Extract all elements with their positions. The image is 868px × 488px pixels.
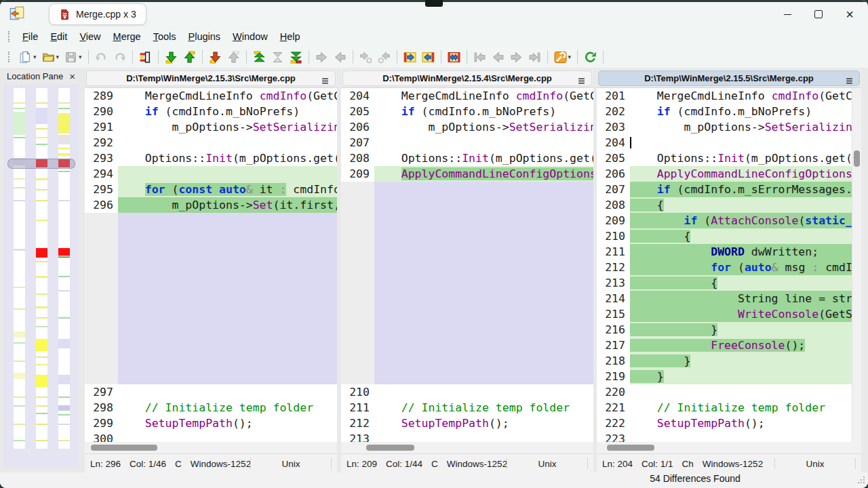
- pane-menu-icon[interactable]: [846, 75, 853, 87]
- code-text: FreeConsole();: [630, 338, 861, 353]
- code-text: [374, 353, 593, 369]
- location-diff-stripe: [36, 306, 47, 308]
- view-line-diff-button[interactable]: [137, 49, 154, 65]
- pane-header-1[interactable]: D:\Temp\WinMerge\2.15.3\Src\Merge.cpp: [85, 69, 337, 87]
- line-number: [341, 244, 374, 260]
- menu-file[interactable]: File: [16, 30, 44, 43]
- location-diff-stripe: [14, 102, 25, 104]
- code-text: [118, 166, 337, 182]
- location-pane-close-icon[interactable]: ×: [67, 70, 77, 82]
- copy-left-advance-button[interactable]: [376, 49, 393, 65]
- horizontal-scrollbar-thumb[interactable]: [91, 445, 157, 451]
- open-file-button[interactable]: ▾: [40, 49, 62, 65]
- line-number: 221: [597, 400, 630, 415]
- location-bar-3[interactable]: [58, 88, 70, 449]
- location-pane-titlebar: Location Pane ×: [3, 69, 80, 83]
- location-diff-stripe: [58, 153, 70, 156]
- auto-merge-button[interactable]: [446, 49, 462, 65]
- menu-view[interactable]: View: [73, 30, 106, 43]
- last-difference-button[interactable]: [288, 49, 304, 65]
- location-bar-1[interactable]: [14, 88, 25, 449]
- first-difference-button[interactable]: [251, 49, 268, 65]
- horizontal-scrollbar[interactable]: [85, 442, 337, 453]
- location-diff-stripe: [58, 375, 70, 384]
- pane-header-2[interactable]: D:\Temp\WinMerge\2.15.4\Src\Merge.cpp: [341, 69, 593, 87]
- location-view-band[interactable]: [7, 159, 75, 169]
- horizontal-scrollbar-thumb[interactable]: [366, 445, 414, 451]
- line-number: [85, 338, 118, 353]
- status-line: Ln: 209: [347, 459, 377, 469]
- location-diff-stripe: [14, 308, 25, 310]
- last-file-button[interactable]: [526, 49, 543, 65]
- line-number: [85, 369, 118, 384]
- copy-right-button[interactable]: [313, 49, 330, 65]
- location-diff-stripe: [36, 293, 47, 295]
- options-button[interactable]: ▾: [552, 49, 574, 65]
- dropdown-caret-icon[interactable]: ▾: [33, 54, 37, 60]
- code-editor-2[interactable]: 204 MergeCmdLineInfo cmdInfo(GetCommandL…: [341, 87, 593, 443]
- code-text: [118, 275, 337, 291]
- previous-file-button[interactable]: [490, 49, 507, 65]
- location-pane-map[interactable]: [4, 85, 79, 468]
- missing-lines-row: [85, 369, 337, 384]
- pane-menu-icon[interactable]: [578, 75, 585, 87]
- code-text: if (cmdInfo.m_bNoPrefs): [630, 104, 861, 119]
- previous-difference-button[interactable]: [181, 49, 198, 65]
- pane-header-3[interactable]: D:\Temp\WinMerge\2.15.5\Src\Merge.cpp: [597, 69, 861, 87]
- missing-lines-row: [341, 369, 593, 384]
- toolbar-separator: [88, 50, 89, 64]
- vertical-scrollbar-thumb[interactable]: [854, 150, 860, 167]
- dropdown-caret-icon[interactable]: ▾: [79, 54, 82, 60]
- location-bar-2[interactable]: [36, 88, 47, 449]
- next-difference-button[interactable]: [163, 49, 180, 65]
- first-file-button[interactable]: [471, 49, 488, 65]
- maximize-button[interactable]: [803, 2, 834, 26]
- code-line: 204: [597, 135, 861, 150]
- line-number: 298: [85, 400, 118, 415]
- save-button[interactable]: ▾: [62, 49, 84, 65]
- new-file-button[interactable]: ▾: [17, 49, 39, 65]
- copy-left-button[interactable]: [332, 49, 349, 65]
- horizontal-scrollbar[interactable]: [597, 442, 861, 453]
- location-diff-stripe: [36, 326, 47, 327]
- location-diff-stripe: [58, 108, 70, 109]
- code-editor-1[interactable]: 289 MergeCmdLineInfo cmdInfo(GetCommandL…: [85, 87, 337, 443]
- horizontal-scrollbar-thumb[interactable]: [607, 445, 654, 451]
- next-file-button[interactable]: [508, 49, 525, 65]
- menu-edit[interactable]: Edit: [44, 30, 73, 43]
- menu-window[interactable]: Window: [226, 30, 274, 43]
- undo-button[interactable]: [93, 49, 110, 65]
- code-line: 207: [341, 135, 593, 150]
- vertical-scrollbar[interactable]: [852, 88, 861, 443]
- current-difference-button[interactable]: [207, 49, 224, 65]
- location-diff-stripe: [58, 171, 70, 172]
- location-diff-stripe: [58, 276, 70, 277]
- between-difference-button[interactable]: [269, 49, 286, 65]
- horizontal-scrollbar[interactable]: [341, 442, 593, 453]
- dropdown-caret-icon[interactable]: ▾: [56, 54, 60, 60]
- code-text: Options::Init(m_pOptions.get());: [630, 150, 861, 166]
- file-pane-3: D:\Temp\WinMerge\2.15.5\Src\Merge.cpp201…: [597, 69, 861, 472]
- location-diff-stripe: [14, 331, 25, 338]
- close-button[interactable]: ×: [834, 2, 865, 26]
- refresh-button[interactable]: [582, 49, 599, 65]
- redo-button[interactable]: [111, 49, 128, 65]
- pane-menu-icon[interactable]: [321, 75, 329, 87]
- copy-right-advance-button[interactable]: [357, 49, 374, 65]
- minimize-button[interactable]: [772, 2, 803, 26]
- current-difference-up-button[interactable]: [225, 49, 242, 65]
- copy-all-left-button[interactable]: [420, 49, 437, 65]
- menubar-gripper[interactable]: [8, 31, 12, 42]
- menu-merge[interactable]: Merge: [107, 30, 147, 43]
- line-number: [85, 260, 118, 275]
- menu-tools[interactable]: Tools: [147, 30, 182, 43]
- menu-help[interactable]: Help: [274, 30, 307, 43]
- copy-all-right-button[interactable]: [401, 49, 418, 65]
- toolbar-gripper[interactable]: [8, 52, 12, 62]
- resize-grip[interactable]: [856, 475, 866, 487]
- location-diff-stripe: [36, 364, 47, 365]
- dropdown-caret-icon[interactable]: ▾: [568, 54, 572, 60]
- code-editor-3[interactable]: 201 MergeCmdLineInfo cmdInfo(GetCommandL…: [597, 87, 861, 443]
- menu-plugins[interactable]: Plugins: [182, 30, 227, 43]
- document-tab[interactable]: Merge.cpp x 3: [49, 3, 146, 25]
